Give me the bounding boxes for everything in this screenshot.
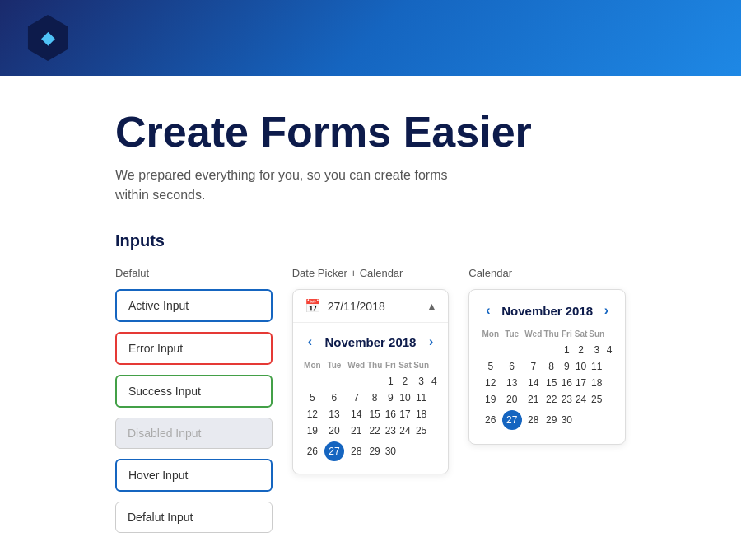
cal-day [366, 373, 384, 390]
cal-day[interactable]: 24 [574, 391, 588, 408]
cal-day[interactable]: 18 [412, 406, 431, 422]
inputs-col1: Defalut [115, 267, 273, 543]
cal-day[interactable]: 3 [588, 342, 605, 358]
cal-day[interactable]: 2 [398, 373, 412, 390]
cal-day[interactable]: 25 [588, 391, 605, 408]
cal-day [500, 342, 524, 358]
hover-input[interactable] [115, 459, 273, 492]
cal-day[interactable]: 16 [384, 406, 398, 422]
cal-day[interactable]: 11 [412, 390, 431, 406]
cal-day[interactable]: 17 [574, 375, 588, 391]
cal-day[interactable]: 16 [560, 375, 574, 391]
cal-th-sat: Sat [398, 359, 412, 373]
cal-day[interactable]: 10 [574, 358, 588, 375]
s-cal-th-thu: Thu [543, 328, 559, 342]
cal-day[interactable]: 19 [481, 391, 500, 408]
cal-day[interactable]: 27 [322, 439, 347, 464]
cal-th-mon: Mon [303, 359, 322, 373]
datepicker-calendar: ‹ November 2018 › Mon Tue Wed Thu Fri [293, 323, 449, 474]
cal-day[interactable]: 7 [524, 358, 543, 375]
disabled-input [115, 418, 273, 449]
cal-day [574, 408, 588, 432]
cal-day[interactable]: 15 [366, 406, 384, 422]
active-input[interactable] [115, 289, 273, 322]
logo-icon: ◆ [41, 29, 55, 47]
cal-th-thu: Thu [366, 359, 384, 373]
cal-th-tue: Tue [322, 359, 347, 373]
cal-day[interactable]: 10 [398, 390, 412, 406]
cal-day[interactable]: 26 [481, 408, 500, 432]
inputs-grid: Defalut Date Picker + Calendar 📅 27/11/2… [115, 267, 626, 543]
cal-day[interactable]: 18 [588, 375, 605, 391]
cal-day[interactable]: 30 [560, 408, 574, 432]
datepicker-input[interactable]: 📅 27/11/2018 ▲ [293, 290, 449, 323]
cal-day[interactable]: 4 [430, 373, 438, 390]
cal-day [412, 439, 431, 464]
cal-day [543, 342, 559, 358]
cal-day[interactable]: 13 [500, 375, 524, 391]
error-input[interactable] [115, 332, 273, 365]
datepicker-wrapper: 📅 27/11/2018 ▲ ‹ November 2018 › Mon [292, 289, 450, 474]
cal-day[interactable]: 28 [524, 408, 543, 432]
cal-day[interactable]: 12 [481, 375, 500, 391]
cal-day[interactable]: 22 [543, 391, 559, 408]
cal-day[interactable]: 6 [500, 358, 524, 375]
cal-day[interactable]: 4 [605, 342, 613, 358]
cal-day[interactable]: 5 [481, 358, 500, 375]
standalone-cal-next[interactable]: › [599, 301, 613, 320]
cal-day[interactable]: 7 [347, 390, 366, 406]
default-input[interactable] [115, 502, 273, 533]
cal-day[interactable]: 9 [560, 358, 574, 375]
cal-day[interactable]: 23 [384, 422, 398, 439]
cal-day[interactable]: 8 [543, 358, 559, 375]
cal-day[interactable]: 20 [322, 422, 347, 439]
chevron-up-icon: ▲ [426, 301, 436, 312]
cal-day[interactable]: 1 [384, 373, 398, 390]
calendar-icon: 📅 [305, 298, 321, 314]
cal-day[interactable]: 14 [347, 406, 366, 422]
cal-day[interactable]: 14 [524, 375, 543, 391]
cal-day[interactable]: 12 [303, 406, 322, 422]
cal-day[interactable]: 6 [322, 390, 347, 406]
cal-day[interactable]: 20 [500, 391, 524, 408]
s-cal-th-tue: Tue [500, 328, 524, 342]
cal-day[interactable]: 19 [303, 422, 322, 439]
cal-day[interactable]: 15 [543, 375, 559, 391]
cal-day[interactable]: 28 [347, 439, 366, 464]
inputs-section-title: Inputs [115, 231, 626, 250]
cal-day[interactable]: 21 [347, 422, 366, 439]
cal-day[interactable]: 25 [412, 422, 431, 439]
cal-next-button[interactable]: › [424, 333, 438, 351]
cal-day[interactable]: 2 [574, 342, 588, 358]
cal-day [303, 373, 322, 390]
cal-prev-button[interactable]: ‹ [303, 333, 317, 351]
cal-day [524, 342, 543, 358]
col2-label: Date Picker + Calendar [292, 267, 450, 279]
standalone-cal-prev[interactable]: ‹ [481, 301, 495, 320]
cal-th-fri: Fri [384, 359, 398, 373]
cal-day[interactable]: 9 [384, 390, 398, 406]
success-input[interactable] [115, 375, 273, 408]
cal-day[interactable]: 13 [322, 406, 347, 422]
col1-label: Defalut [115, 267, 273, 279]
cal-day [398, 439, 412, 464]
cal-day[interactable]: 27 [500, 408, 524, 432]
cal-day[interactable]: 5 [303, 390, 322, 406]
cal-day[interactable]: 30 [384, 439, 398, 464]
cal-day[interactable]: 21 [524, 391, 543, 408]
cal-day[interactable]: 26 [303, 439, 322, 464]
cal-day[interactable]: 8 [366, 390, 384, 406]
s-cal-th-fri: Fri [560, 328, 574, 342]
cal-day[interactable]: 3 [412, 373, 431, 390]
cal-day[interactable]: 29 [543, 408, 559, 432]
cal-day[interactable]: 29 [366, 439, 384, 464]
cal-day [322, 373, 347, 390]
cal-day[interactable]: 1 [560, 342, 574, 358]
cal-day[interactable]: 22 [366, 422, 384, 439]
standalone-calendar: ‹ November 2018 › Mon Tue Wed Thu Fri Sa… [468, 289, 626, 445]
cal-day[interactable]: 17 [398, 406, 412, 422]
cal-day[interactable]: 11 [588, 358, 605, 375]
cal-day[interactable]: 23 [560, 391, 574, 408]
main-content: Create Forms Easier We prepared everythi… [0, 76, 741, 560]
cal-day[interactable]: 24 [398, 422, 412, 439]
